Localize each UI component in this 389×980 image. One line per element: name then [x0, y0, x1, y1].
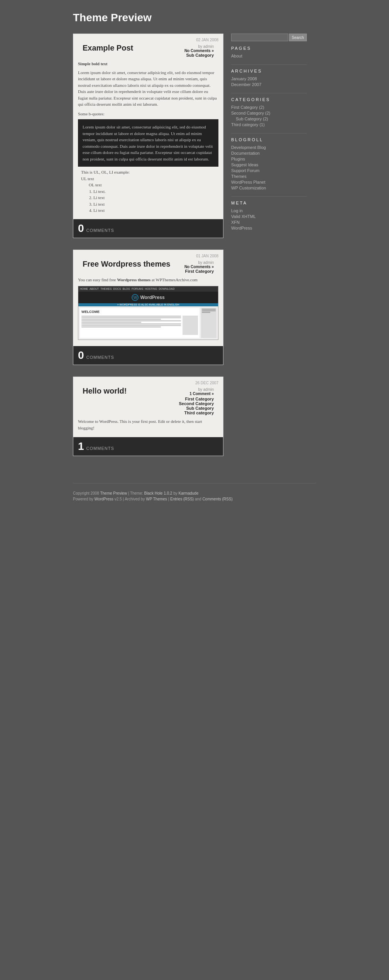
blogroll-themes[interactable]: Themes: [231, 174, 307, 179]
site-title: Theme Preview: [73, 12, 316, 24]
categories-title: CATEGORIES: [231, 97, 307, 102]
post-footer-1: 0 COMMENTS: [73, 219, 223, 238]
category-second[interactable]: Second Category (2): [231, 111, 307, 115]
comment-count-3: 1: [78, 440, 84, 453]
post-date-1: 02 JAN 2008: [196, 38, 218, 42]
post-footer-2: 0 COMMENTS: [73, 346, 223, 365]
footer-powered-line: Powered by WordPress v2.5 | Archived by …: [73, 497, 316, 501]
post-body-3: Welcome to WordPress. This is your first…: [73, 415, 223, 437]
search-input[interactable]: [231, 34, 288, 41]
search-button[interactable]: Search: [289, 34, 307, 41]
post-category-2[interactable]: First Category: [184, 269, 214, 274]
post-bold-text-1: Simple bold text: [78, 61, 218, 67]
wp-logo-icon: W: [132, 294, 139, 301]
post-by-3: by admin: [179, 387, 214, 392]
sidebar: Search PAGES About ARCHIVES January 2008…: [231, 34, 307, 237]
post-comments-link-3[interactable]: 1 Comment »: [179, 392, 214, 396]
post-date-2: 01 JAN 2008: [196, 254, 218, 258]
li-4: Li text: [93, 207, 218, 214]
blogroll-plugins[interactable]: Plugins: [231, 157, 307, 161]
meta-xfn[interactable]: XFN: [231, 220, 307, 225]
post-hello-world: 26 DEC 2007 Hello world! by admin 1 Comm…: [73, 377, 223, 456]
li-1: Li text.: [93, 188, 218, 195]
meta-valid-xhtml[interactable]: Valid XHTML: [231, 214, 307, 219]
pages-title: PAGES: [231, 46, 307, 51]
comments-label-2: COMMENTS: [86, 355, 114, 360]
categories-section: CATEGORIES First Category (2) Second Cat…: [231, 97, 307, 127]
footer-theme-link[interactable]: Black Hole 1.0.2: [144, 491, 173, 495]
blogroll-section: BLOGROLL Development Blog Documentation …: [231, 137, 307, 190]
category-third[interactable]: Third category (1): [231, 122, 307, 127]
comment-count-1: 0: [78, 222, 84, 235]
blogroll-wp-customization[interactable]: WP Customization: [231, 186, 307, 190]
comments-label-3: COMMENTS: [86, 446, 114, 451]
blogroll-support-forum[interactable]: Support Forum: [231, 168, 307, 173]
post-title-3[interactable]: Hello world!: [78, 387, 131, 395]
archives-title: ARCHIVES: [231, 69, 307, 73]
footer-site-link[interactable]: Theme Preview: [100, 491, 127, 495]
post-date-3: 26 DEC 2007: [195, 381, 218, 385]
meta-section: META Log in Valid XHTML XFN WordPress: [231, 201, 307, 230]
blogroll-dev-blog[interactable]: Development Blog: [231, 145, 307, 150]
post-by-1: by admin: [184, 44, 214, 49]
post-title-2[interactable]: Free Wordpress themes: [78, 260, 175, 269]
post-wordpress-themes: 01 JAN 2008 Free Wordpress themes by adm…: [73, 250, 223, 365]
ol-text: OL text: [89, 182, 218, 188]
hw-cat-2[interactable]: Second Category: [179, 401, 214, 406]
blogroll-documentation[interactable]: Documentation: [231, 151, 307, 155]
comment-count-2: 0: [78, 349, 84, 362]
post-header-1: 02 JAN 2008: [73, 34, 223, 42]
post-comments-link-2[interactable]: No Comments »: [184, 265, 214, 269]
li-2: Li text: [93, 194, 218, 201]
post-footer-3: 1 COMMENTS: [73, 437, 223, 456]
post-body-1: Simple bold text Lorem ipsum dolor sit a…: [73, 57, 223, 219]
post-blockquote-1: Lorem ipsum dolor sit amet, consectetur …: [78, 119, 218, 167]
post-lorem-1: Lorem ipsum dolor sit amet, consectetur …: [78, 69, 218, 108]
footer-wp-link[interactable]: WordPress: [95, 497, 113, 501]
post-header-3: 26 DEC 2007: [73, 377, 223, 385]
post-body-2: You can easy find free Wordpress themes …: [73, 274, 223, 346]
hw-cat-1[interactable]: First Category: [179, 397, 214, 401]
hw-cat-4[interactable]: Third category: [179, 411, 214, 415]
blogroll-title: BLOGROLL: [231, 137, 307, 142]
footer-entries-rss[interactable]: Entries (RSS): [170, 497, 194, 501]
wordpress-screenshot: HOME ABOUT THEMES DOCS BLOG FORUMS HOSTI…: [78, 286, 218, 340]
li-3: Li text: [93, 201, 218, 208]
post-header-2: 01 JAN 2008: [73, 250, 223, 258]
category-first[interactable]: First Category (2): [231, 105, 307, 110]
footer-comments-rss[interactable]: Comments (RSS): [202, 497, 232, 501]
post-category-1[interactable]: Sub Category: [184, 53, 214, 57]
archives-section: ARCHIVES January 2008 December 2007: [231, 69, 307, 87]
site-footer: Copyright 2008 Theme Preview | Theme: Bl…: [73, 483, 316, 509]
search-section: Search: [231, 34, 307, 41]
blockquote-label-1: Some b-quotes:: [78, 111, 218, 117]
comments-label-1: COMMENTS: [86, 228, 114, 233]
blogroll-suggest-ideas[interactable]: Suggest Ideas: [231, 162, 307, 167]
post-text-3: Welcome to WordPress. This is your first…: [78, 418, 218, 431]
post-comments-link-1[interactable]: No Comments »: [184, 49, 214, 53]
hw-cat-3[interactable]: Sub Category: [179, 406, 214, 411]
meta-title: META: [231, 201, 307, 205]
post-example: 02 JAN 2008 Example Post by admin No Com…: [73, 34, 223, 238]
meta-wordpress[interactable]: WordPress: [231, 226, 307, 230]
blogroll-wp-planet[interactable]: WordPress Planet: [231, 180, 307, 184]
archive-dec-2007[interactable]: December 2007: [231, 82, 307, 87]
footer-author-link[interactable]: Karmadude: [179, 491, 199, 495]
footer-copyright-line: Copyright 2008 Theme Preview | Theme: Bl…: [73, 491, 316, 495]
post-intro-2: You can easy find free Wordpress themes …: [78, 277, 218, 283]
post-title-1[interactable]: Example Post: [78, 44, 138, 52]
content-area: 02 JAN 2008 Example Post by admin No Com…: [73, 34, 223, 468]
post-by-2: by admin: [184, 260, 214, 265]
category-sub[interactable]: Sub Category (2): [231, 117, 307, 121]
footer-wp-themes-link[interactable]: WP Themes: [146, 497, 167, 501]
ul-example-1: This is UL, OL, LI example: UL text OL t…: [81, 169, 218, 214]
ul-intro: This is UL, OL, LI example:: [81, 169, 218, 176]
pages-section: PAGES About: [231, 46, 307, 58]
sidebar-item-about[interactable]: About: [231, 54, 307, 58]
meta-login[interactable]: Log in: [231, 208, 307, 213]
ul-text: UL text: [81, 176, 218, 182]
archive-jan-2008[interactable]: January 2008: [231, 76, 307, 81]
